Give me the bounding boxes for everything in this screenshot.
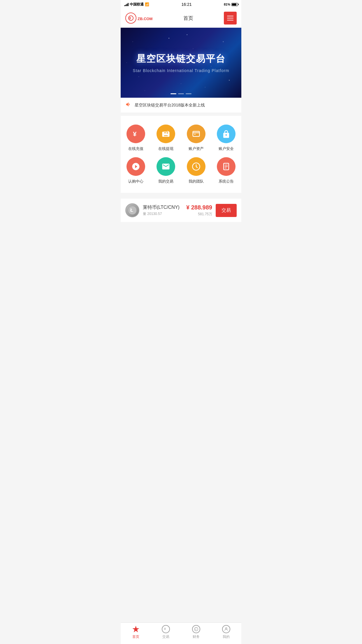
security-label: 账户安全 xyxy=(219,146,234,151)
menu-grid: ¥ 在线充值 $ 在线提现 账户资产 xyxy=(121,116,241,193)
header-title: 首页 xyxy=(183,15,193,22)
wifi-icon: 📶 xyxy=(145,2,149,6)
speaker-icon xyxy=(125,101,132,109)
carrier-label: 中国联通 xyxy=(130,2,144,7)
withdraw-icon: $ xyxy=(157,125,175,143)
notice-text: 星空区块链交易平台2018版本全新上线 xyxy=(135,103,205,108)
svg-text:¥: ¥ xyxy=(133,130,137,138)
banner-title: 星空区块链交易平台 xyxy=(136,52,226,65)
time-display: 16:21 xyxy=(181,2,191,7)
menu-item-withdraw[interactable]: $ 在线提现 xyxy=(151,122,181,154)
menu-item-assets[interactable]: 账户资产 xyxy=(181,122,211,154)
assets-label: 账户资产 xyxy=(189,146,204,151)
announcements-label: 系统公告 xyxy=(219,179,234,184)
svg-text:8: 8 xyxy=(129,16,131,20)
menu-item-subscribe[interactable]: 认购中心 xyxy=(121,154,151,187)
logo-text: ZB.COM xyxy=(138,15,152,22)
battery-percent: 81% xyxy=(224,3,230,6)
my-trades-label: 我的交易 xyxy=(158,179,173,184)
my-trades-icon xyxy=(157,157,175,176)
banner-dot-2 xyxy=(178,93,184,94)
menu-item-recharge[interactable]: ¥ 在线充值 xyxy=(121,122,151,154)
ltc-trade-button[interactable]: 交易 xyxy=(216,204,237,217)
bottom-spacer xyxy=(121,222,241,246)
ltc-price-info: ¥ 288.989 581.75万 xyxy=(186,204,212,217)
status-bar: 中国联通 📶 16:21 81% xyxy=(121,0,241,9)
withdraw-label: 在线提现 xyxy=(158,146,173,151)
ltc-name: 莱特币(LTC/CNY) xyxy=(143,204,183,211)
status-right: 81% xyxy=(224,3,238,6)
menu-button[interactable] xyxy=(224,12,237,24)
ltc-volume: 量 20130.57 xyxy=(143,211,183,216)
separator-1 xyxy=(121,113,241,116)
assets-icon xyxy=(187,125,205,143)
banner-dot-3 xyxy=(186,93,191,94)
subscribe-label: 认购中心 xyxy=(128,179,143,184)
security-icon xyxy=(217,125,236,143)
coin-item-ltc: Ł 莱特币(LTC/CNY) 量 20130.57 ¥ 288.989 581.… xyxy=(121,199,241,222)
signal-icon xyxy=(124,3,129,6)
battery-icon xyxy=(231,3,238,6)
menu-line-3 xyxy=(227,20,233,20)
svg-rect-4 xyxy=(193,131,200,136)
separator-2 xyxy=(121,193,241,196)
recharge-icon: ¥ xyxy=(126,125,145,143)
recharge-label: 在线充值 xyxy=(128,146,143,151)
menu-item-announcements[interactable]: 系统公告 xyxy=(211,154,242,187)
header: 8 ZB.COM 首页 xyxy=(121,9,241,28)
menu-item-my-team[interactable]: 我的团队 xyxy=(181,154,211,187)
logo[interactable]: 8 ZB.COM xyxy=(125,13,152,24)
menu-line-2 xyxy=(227,18,233,18)
menu-item-my-trades[interactable]: 我的交易 xyxy=(151,154,181,187)
logo-circle: 8 xyxy=(125,13,136,24)
my-team-label: 我的团队 xyxy=(189,179,204,184)
coin-list: Ł 莱特币(LTC/CNY) 量 20130.57 ¥ 288.989 581.… xyxy=(121,199,241,222)
hero-banner: 星空区块链交易平台 Star Blockchain International … xyxy=(121,28,241,98)
menu-line-1 xyxy=(227,16,233,16)
status-left: 中国联通 📶 xyxy=(124,2,149,7)
svg-text:$: $ xyxy=(167,131,168,134)
ltc-info: 莱特币(LTC/CNY) 量 20130.57 xyxy=(143,204,183,216)
svg-text:Ł: Ł xyxy=(130,208,133,213)
ltc-logo: Ł xyxy=(125,203,139,217)
menu-item-security[interactable]: 账户安全 xyxy=(211,122,242,154)
banner-dot-1 xyxy=(171,93,176,94)
subscribe-icon xyxy=(126,157,145,176)
ltc-market-cap: 581.75万 xyxy=(186,212,212,217)
ltc-price: ¥ 288.989 xyxy=(186,204,212,211)
banner-dots xyxy=(171,93,191,94)
my-team-icon xyxy=(187,157,205,176)
banner-subtitle: Star Blockchain International Trading Pl… xyxy=(133,68,229,73)
notice-bar: 星空区块链交易平台2018版本全新上线 xyxy=(121,98,241,113)
announcements-icon xyxy=(217,157,236,176)
